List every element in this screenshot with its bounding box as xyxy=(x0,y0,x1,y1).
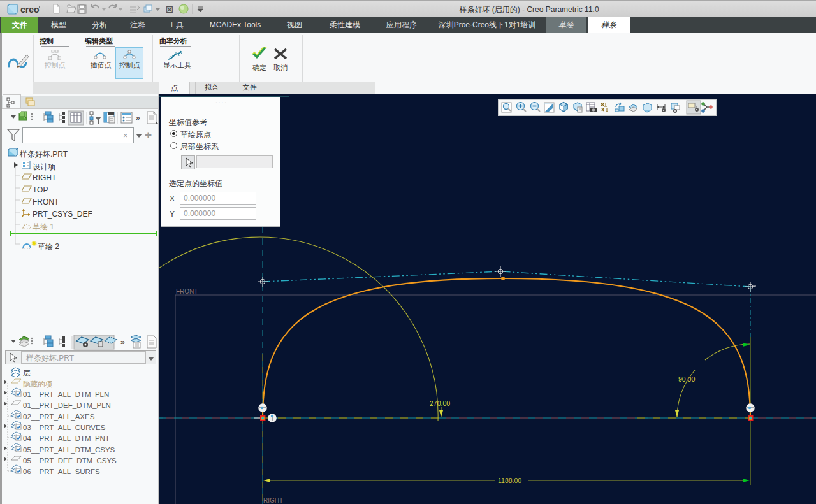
svg-text:270.00: 270.00 xyxy=(430,400,450,407)
svg-text:»: » xyxy=(120,338,125,347)
svg-text:RIGHT: RIGHT xyxy=(263,497,283,504)
svg-text:»: » xyxy=(136,113,140,122)
svg-text:creo: creo xyxy=(20,4,40,15)
svg-text:90.00: 90.00 xyxy=(678,375,695,383)
svg-text:FRONT: FRONT xyxy=(176,288,198,295)
svg-text:1188.00: 1188.00 xyxy=(498,477,521,484)
svg-text:☒: ☒ xyxy=(166,5,173,15)
